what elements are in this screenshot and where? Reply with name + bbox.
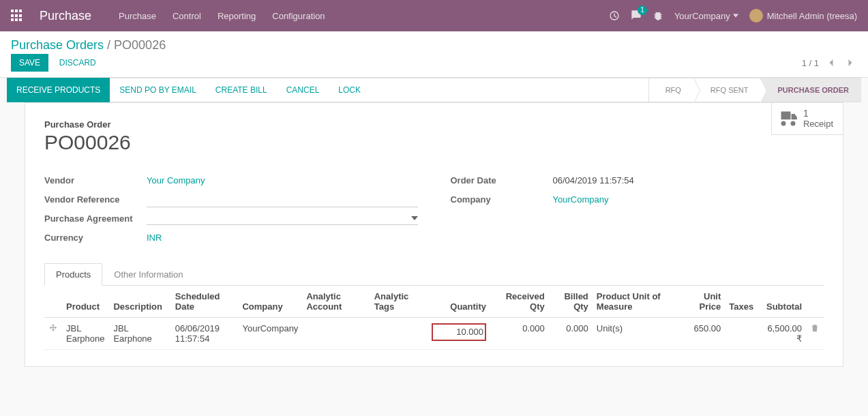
- clock-icon[interactable]: [609, 10, 620, 21]
- cell-unit-price[interactable]: 650.00: [680, 318, 725, 350]
- form-sheet: 1 Receipt Purchase Order PO00026 Vendor …: [25, 102, 843, 367]
- status-rfq-sent[interactable]: RFQ SENT: [693, 78, 761, 102]
- po-number: PO00026: [44, 131, 824, 154]
- table-row[interactable]: JBL Earphone JBL Earphone 06/06/2019 11:…: [44, 318, 824, 350]
- pager-next-icon[interactable]: [843, 56, 857, 70]
- order-date-field[interactable]: 06/04/2019 11:57:54: [553, 175, 824, 185]
- app-title: Purchase: [40, 9, 91, 23]
- cell-subtotal: 6,500.00 ₹: [758, 318, 806, 350]
- bug-icon[interactable]: [653, 10, 663, 21]
- cell-product[interactable]: JBL Earphone: [62, 318, 109, 350]
- th-analytic-account: Analytic Account: [302, 286, 370, 318]
- nav-right: 1 YourCompany Mitchell Admin (treesa): [609, 9, 857, 23]
- user-menu[interactable]: Mitchell Admin (treesa): [749, 9, 857, 23]
- vendor-field[interactable]: Your Company: [147, 175, 418, 185]
- currency-label: Currency: [44, 233, 147, 243]
- order-date-label: Order Date: [451, 175, 553, 185]
- th-analytic-tags: Analytic Tags: [370, 286, 428, 318]
- statusbar-buttons: RECEIVE PRODUCTS SEND PO BY EMAIL CREATE…: [7, 78, 370, 102]
- company-field[interactable]: YourCompany: [553, 194, 824, 205]
- cell-uom[interactable]: Unit(s): [593, 318, 680, 350]
- tabs: Products Other Information: [44, 263, 824, 286]
- cell-quantity[interactable]: 10.000: [428, 318, 490, 350]
- cell-analytic-tags[interactable]: [370, 318, 428, 350]
- cell-taxes[interactable]: [725, 318, 758, 350]
- cell-description[interactable]: JBL Earphone: [109, 318, 170, 350]
- truck-icon: [779, 111, 798, 126]
- status-purchase-order[interactable]: PURCHASE ORDER: [760, 78, 861, 102]
- status-steps: RFQ RFQ SENT PURCHASE ORDER: [648, 78, 861, 102]
- cell-billed-qty[interactable]: 0.000: [549, 318, 593, 350]
- purchase-agreement-label: Purchase Agreement: [44, 213, 147, 224]
- statusbar: RECEIVE PRODUCTS SEND PO BY EMAIL CREATE…: [7, 78, 861, 102]
- nav-menu: Purchase Control Reporting Configuration: [119, 11, 325, 21]
- th-received-qty: Received Qty: [490, 286, 549, 318]
- form-buttons: SAVE DISCARD: [11, 54, 104, 72]
- pager-text: 1 / 1: [802, 58, 819, 68]
- apps-icon[interactable]: [11, 10, 23, 22]
- cancel-button[interactable]: CANCEL: [277, 78, 329, 102]
- pager: 1 / 1: [802, 56, 857, 70]
- th-description: Description: [109, 286, 170, 318]
- create-bill-button[interactable]: CREATE BILL: [206, 78, 277, 102]
- messages-icon[interactable]: 1: [631, 10, 642, 23]
- th-taxes: Taxes: [725, 286, 758, 318]
- breadcrumb-current: PO00026: [114, 38, 166, 52]
- breadcrumb-root[interactable]: Purchase Orders: [11, 38, 104, 52]
- company-name: YourCompany: [674, 11, 730, 21]
- cell-received-qty[interactable]: 0.000: [490, 318, 549, 350]
- vendor-ref-label: Vendor Reference: [44, 194, 147, 205]
- sheet-wrap: 1 Receipt Purchase Order PO00026 Vendor …: [0, 102, 868, 383]
- th-uom: Product Unit of Measure: [593, 286, 680, 318]
- send-po-button[interactable]: SEND PO BY EMAIL: [110, 78, 205, 102]
- top-nav: Purchase Purchase Control Reporting Conf…: [0, 0, 868, 31]
- nav-item-reporting[interactable]: Reporting: [218, 11, 256, 21]
- pager-prev-icon[interactable]: [824, 56, 838, 70]
- nav-item-purchase[interactable]: Purchase: [119, 11, 156, 21]
- th-scheduled-date: Scheduled Date: [171, 286, 239, 318]
- th-product: Product: [62, 286, 109, 318]
- form-col-right: Order Date 06/04/2019 11:57:54 Company Y…: [451, 170, 824, 247]
- th-quantity: Quantity: [428, 286, 490, 318]
- currency-field[interactable]: INR: [147, 233, 418, 243]
- user-name: Mitchell Admin (treesa): [767, 11, 857, 21]
- th-billed-qty: Billed Qty: [549, 286, 593, 318]
- cell-analytic-account[interactable]: [302, 318, 370, 350]
- order-lines-table: Product Description Scheduled Date Compa…: [44, 286, 824, 350]
- receipt-label: Receipt: [803, 119, 833, 129]
- caret-down-icon: [411, 215, 418, 222]
- status-rfq[interactable]: RFQ: [648, 78, 693, 102]
- company-switcher[interactable]: YourCompany: [674, 11, 738, 21]
- cell-scheduled-date[interactable]: 06/06/2019 11:57:54: [171, 318, 239, 350]
- tab-other-information[interactable]: Other Information: [102, 263, 194, 286]
- nav-item-control[interactable]: Control: [173, 11, 201, 21]
- tab-products[interactable]: Products: [44, 263, 102, 286]
- th-company: Company: [238, 286, 302, 318]
- th-subtotal: Subtotal: [758, 286, 806, 318]
- save-button[interactable]: SAVE: [11, 54, 48, 72]
- drag-handle-icon[interactable]: [48, 323, 58, 333]
- page-title-label: Purchase Order: [44, 119, 824, 130]
- vendor-ref-field[interactable]: [147, 191, 418, 207]
- control-panel: Purchase Orders / PO00026 SAVE DISCARD 1…: [0, 31, 868, 78]
- table-header-row: Product Description Scheduled Date Compa…: [44, 286, 824, 318]
- caret-down-icon: [733, 13, 738, 18]
- company-label: Company: [451, 194, 553, 205]
- nav-item-configuration[interactable]: Configuration: [272, 11, 325, 21]
- trash-icon[interactable]: [810, 323, 820, 333]
- discard-button[interactable]: DISCARD: [51, 54, 104, 72]
- form-grid: Vendor Your Company Vendor Reference Pur…: [44, 170, 824, 247]
- th-unit-price: Unit Price: [680, 286, 725, 318]
- receipt-stat-button[interactable]: 1 Receipt: [771, 102, 843, 135]
- receipt-count: 1: [803, 108, 833, 119]
- vendor-label: Vendor: [44, 175, 147, 185]
- cell-company[interactable]: YourCompany: [238, 318, 302, 350]
- purchase-agreement-field[interactable]: [147, 212, 418, 225]
- form-col-left: Vendor Your Company Vendor Reference Pur…: [44, 170, 418, 247]
- receive-products-button[interactable]: RECEIVE PRODUCTS: [7, 78, 110, 102]
- breadcrumb: Purchase Orders / PO00026: [11, 38, 166, 53]
- avatar: [749, 9, 763, 23]
- lock-button[interactable]: LOCK: [329, 78, 370, 102]
- messages-badge: 1: [638, 5, 647, 15]
